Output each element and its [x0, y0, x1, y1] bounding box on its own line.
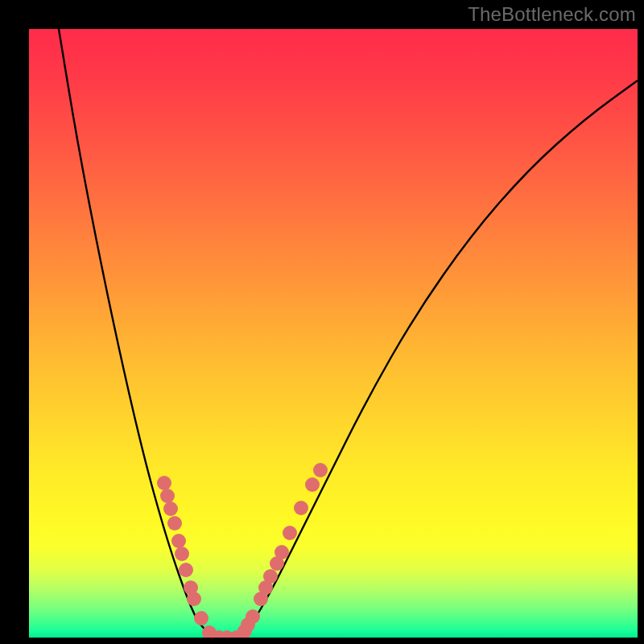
data-point: [179, 563, 193, 577]
data-point: [163, 502, 178, 516]
bottleneck-curve: [58, 29, 638, 638]
data-point: [275, 545, 289, 559]
data-point: [187, 592, 201, 606]
data-point: [157, 476, 171, 490]
data-point: [263, 569, 278, 584]
data-point: [246, 609, 260, 624]
data-point: [160, 489, 175, 503]
chart-frame: TheBottleneck.com: [0, 0, 644, 644]
data-point: [313, 463, 328, 477]
data-point: [194, 611, 208, 625]
chart-svg: [29, 29, 638, 638]
plot-area: [29, 29, 638, 638]
data-point: [283, 526, 297, 540]
data-point: [167, 516, 182, 530]
data-point-markers: [157, 463, 328, 638]
data-point: [171, 534, 186, 548]
watermark-text: TheBottleneck.com: [468, 3, 636, 26]
curve-path: [58, 29, 638, 638]
data-point: [175, 547, 189, 561]
data-point: [294, 501, 308, 515]
data-point: [305, 477, 320, 492]
